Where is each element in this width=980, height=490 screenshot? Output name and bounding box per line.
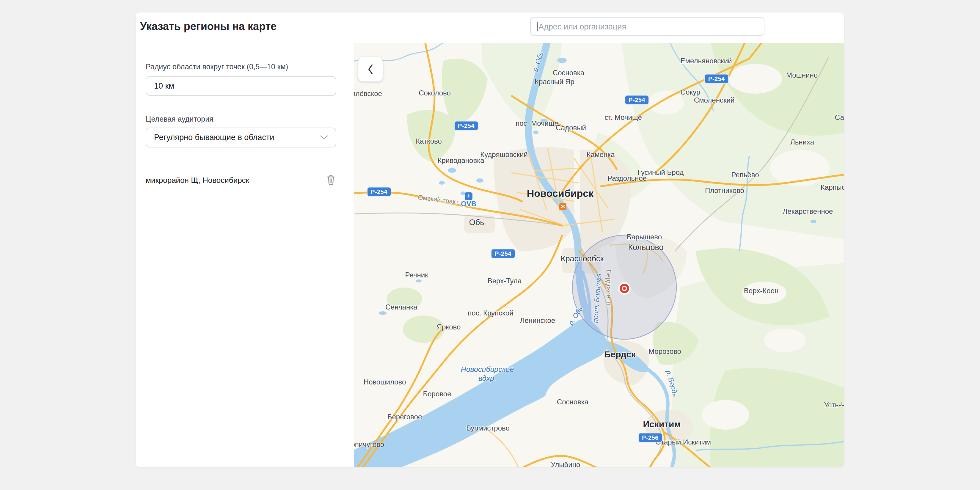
region-list-item: микрорайон Щ, Новосибирск — [146, 173, 336, 187]
text-caret — [537, 22, 538, 31]
airport-icon: ✈ — [465, 192, 473, 200]
map-canvas — [354, 43, 844, 467]
map[interactable]: НовосибирскБердскИскитимОбьКольцовоКрасн… — [354, 43, 844, 467]
page: Указать регионы на карте Радиус области … — [0, 0, 980, 490]
radius-value: 10 км — [154, 81, 174, 91]
location-pin[interactable] — [618, 282, 631, 295]
chevron-left-icon — [367, 63, 374, 76]
railway-station-icon: Ж — [559, 203, 566, 210]
search-box — [530, 17, 764, 36]
radius-input[interactable]: 10 км — [146, 76, 336, 96]
radius-label: Радиус области вокруг точек (0,5—10 км) — [146, 62, 288, 71]
search-input[interactable] — [538, 18, 759, 36]
trash-icon — [326, 174, 336, 186]
chevron-down-icon — [320, 135, 328, 140]
delete-region-button[interactable] — [326, 174, 336, 186]
collapse-panel-button[interactable] — [358, 57, 383, 81]
audience-select[interactable]: Регулярно бывающие в области — [146, 127, 336, 148]
page-title: Указать регионы на карте — [140, 20, 277, 33]
audience-value: Регулярно бывающие в области — [154, 133, 274, 142]
audience-label: Целевая аудитория — [146, 115, 213, 123]
region-name: микрорайон Щ, Новосибирск — [146, 176, 249, 185]
geo-picker-window: Указать регионы на карте Радиус области … — [135, 13, 844, 467]
